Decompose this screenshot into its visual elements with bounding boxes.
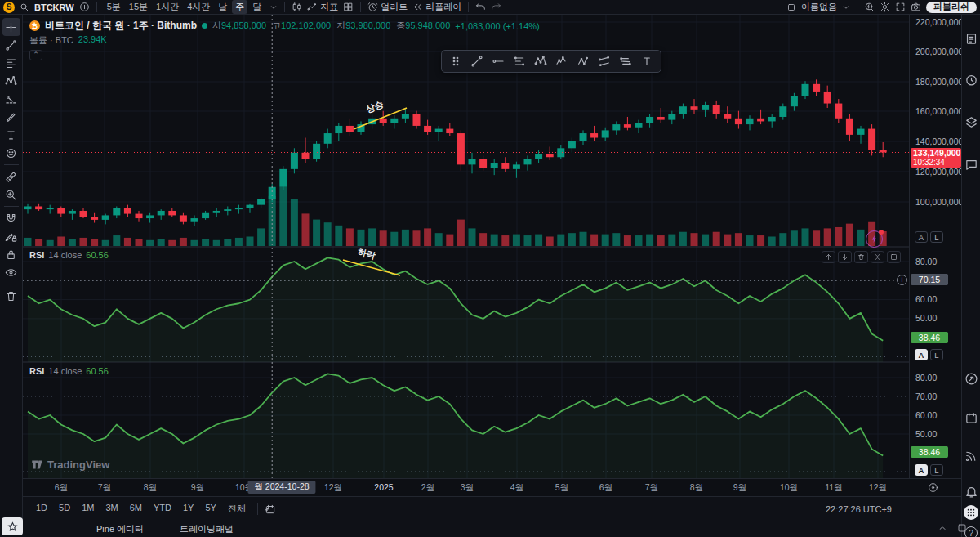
ruler-icon[interactable] <box>2 168 20 186</box>
rsi2-name[interactable]: RSI <box>29 366 44 376</box>
statusbar-tab[interactable]: Pine 에디터 <box>96 523 144 535</box>
add-symbol-icon[interactable] <box>79 2 90 12</box>
object-tree-icon[interactable] <box>962 113 980 131</box>
go-to-date-icon[interactable] <box>265 503 276 515</box>
interval-달[interactable]: 달 <box>249 0 265 14</box>
replay-button[interactable]: 리플레이 <box>412 1 461 13</box>
trend-line-icon[interactable] <box>468 52 486 70</box>
range-1Y[interactable]: 1Y <box>178 501 198 517</box>
delete-pane-icon[interactable] <box>854 251 868 263</box>
time-axis[interactable]: 6월7월8월9월10월12월20252월3월4월5월6월7월8월9월10월11월… <box>23 478 961 496</box>
maximize-pane-icon[interactable] <box>887 251 901 263</box>
drag-handle-icon[interactable] <box>447 52 465 70</box>
interval-1시간[interactable]: 1시간 <box>153 0 182 14</box>
hide-all-icon[interactable] <box>2 263 20 281</box>
candles-style-icon[interactable] <box>292 2 302 12</box>
chat-icon[interactable] <box>962 155 980 173</box>
interval-5분[interactable]: 5분 <box>104 0 124 14</box>
user-avatar[interactable]: S <box>3 2 15 13</box>
publish-button[interactable]: 퍼블리쉬 <box>926 2 977 13</box>
chevron-down-icon[interactable] <box>842 3 850 11</box>
auto-scale-button[interactable]: A <box>915 231 928 243</box>
fib-retracement-icon[interactable] <box>2 54 20 72</box>
layout-name[interactable]: 이름없음 <box>801 1 837 13</box>
maximize-panel-icon[interactable] <box>957 523 967 533</box>
chevron-down-icon[interactable] <box>270 3 278 11</box>
range-1D[interactable]: 1D <box>31 501 52 517</box>
log-scale-button[interactable]: L <box>930 464 943 476</box>
boost-icon[interactable] <box>866 230 883 248</box>
symbol-button[interactable]: BTCKRW <box>34 2 74 12</box>
move-pane-up-icon[interactable] <box>822 251 835 263</box>
log-scale-button[interactable]: L <box>930 349 943 360</box>
chart-canvas[interactable]: 상승하락 <box>23 15 909 478</box>
crosshair-icon[interactable] <box>2 18 20 36</box>
zoom-in-icon[interactable] <box>2 186 20 204</box>
interval-4시간[interactable]: 4시간 <box>184 0 213 14</box>
clock-utc[interactable]: 22:27:26 UTC+9 <box>826 504 892 514</box>
magnet-icon[interactable] <box>2 209 20 227</box>
chevron-up-icon[interactable] <box>938 523 947 533</box>
abc-pattern-icon[interactable] <box>574 52 592 70</box>
trend-line-icon[interactable] <box>2 36 20 54</box>
undo-icon[interactable] <box>475 2 486 12</box>
range-전체[interactable]: 전체 <box>223 501 251 517</box>
move-pane-down-icon[interactable] <box>838 251 852 263</box>
range-1M[interactable]: 1M <box>77 501 99 517</box>
alert-button[interactable]: 얼러트 <box>368 1 408 13</box>
rsi1-name[interactable]: RSI <box>29 250 44 260</box>
alerts-icon[interactable] <box>962 70 980 88</box>
range-YTD[interactable]: YTD <box>149 501 176 517</box>
xabcd-pattern-icon[interactable] <box>2 72 20 90</box>
elliott-wave-icon[interactable] <box>553 52 571 70</box>
interval-날[interactable]: 날 <box>215 0 230 14</box>
gear-icon[interactable] <box>880 2 890 12</box>
camera-icon[interactable] <box>911 2 921 12</box>
flat-channel-icon[interactable] <box>617 52 635 70</box>
emoji-icon[interactable] <box>2 144 20 162</box>
range-3M[interactable]: 3M <box>100 501 122 517</box>
log-scale-button[interactable]: L <box>930 231 943 243</box>
statusbar-tab[interactable]: 트레이딩패널 <box>180 523 234 535</box>
notifications-icon[interactable] <box>962 482 980 500</box>
watchlist-icon[interactable] <box>962 29 980 47</box>
ideas-stream-icon[interactable] <box>962 446 980 464</box>
parallel-channel-icon[interactable] <box>595 52 613 70</box>
remove-all-icon[interactable] <box>2 287 20 305</box>
interval-15분[interactable]: 15분 <box>126 0 151 14</box>
auto-scale-button[interactable]: A <box>915 349 928 360</box>
calendar-icon[interactable] <box>962 409 980 427</box>
search-icon[interactable] <box>20 2 29 12</box>
crosshair-plus-icon[interactable]: + <box>897 275 907 285</box>
xabcd-pattern-icon[interactable] <box>532 52 550 70</box>
brush-icon[interactable] <box>2 108 20 126</box>
apps-grid-icon[interactable] <box>962 503 980 521</box>
horizontal-ray-icon[interactable] <box>489 52 507 70</box>
lock-all-icon[interactable] <box>2 245 20 263</box>
save-layout-icon[interactable] <box>786 2 796 12</box>
range-6M[interactable]: 6M <box>125 501 147 517</box>
draw-lock-icon[interactable] <box>2 227 20 245</box>
hotlists-icon[interactable] <box>962 369 980 387</box>
text-icon[interactable] <box>2 126 20 144</box>
quick-search-icon[interactable] <box>864 2 875 12</box>
symbol-title[interactable]: 비트코인 / 한국 원 · 1주 · Bithumb <box>45 19 197 33</box>
fib-lines-icon[interactable] <box>510 52 528 70</box>
interval-주[interactable]: 주 <box>232 0 247 14</box>
redo-icon[interactable] <box>491 2 501 12</box>
timezone-settings-icon[interactable] <box>928 482 938 493</box>
range-5Y[interactable]: 5Y <box>200 501 220 517</box>
forecast-icon[interactable] <box>2 90 20 108</box>
price-axis[interactable]: 220,000,000200,000,000180,000,000160,000… <box>909 15 961 478</box>
favorites-toolbar-toggle[interactable] <box>2 517 23 535</box>
legend-collapse-button[interactable]: ⌃ <box>29 50 42 60</box>
chart-pane[interactable]: 상승하락 ₿ 비트코인 / 한국 원 · 1주 · Bithumb 시94,85… <box>23 15 909 478</box>
volume-label[interactable]: 볼륨 · BTC <box>29 34 74 47</box>
text-tool-icon[interactable] <box>638 52 656 70</box>
collapse-pane-icon[interactable] <box>871 251 884 263</box>
indicators-button[interactable]: 지표 <box>307 1 338 13</box>
auto-scale-button[interactable]: A <box>915 464 928 476</box>
range-5D[interactable]: 5D <box>54 501 75 517</box>
layout-grid-icon[interactable] <box>343 2 354 12</box>
fullscreen-icon[interactable] <box>895 2 906 12</box>
